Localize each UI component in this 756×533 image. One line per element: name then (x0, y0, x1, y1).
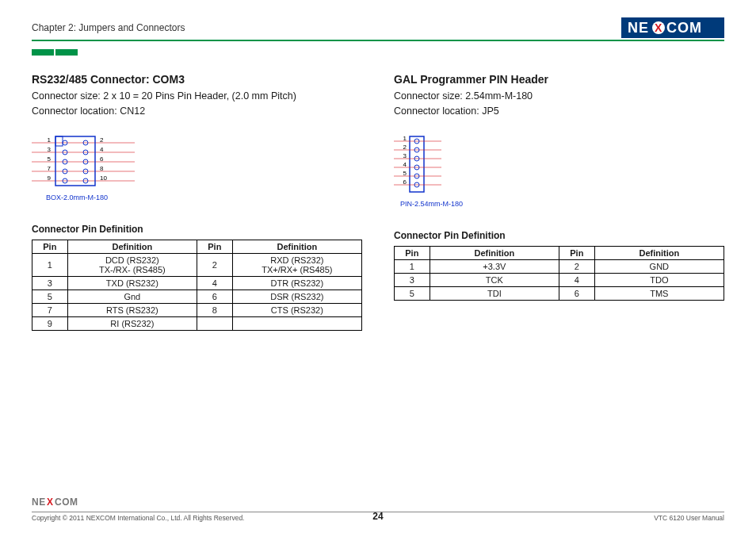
def-cell: TDO (594, 273, 724, 286)
svg-text:NE: NE (32, 497, 46, 508)
pin-cell: 4 (197, 276, 232, 290)
table-caption-gal: Connector Pin Definition (394, 230, 724, 241)
header-tabs (32, 44, 724, 59)
table-caption-com3: Connector Pin Definition (32, 224, 362, 235)
def-cell: TDI (430, 286, 559, 300)
pin-label: 7 (48, 165, 52, 172)
def-cell: CTS (RS232) (232, 303, 361, 316)
pin-cell: 9 (32, 316, 68, 330)
table-row: 3TXD (RS232)4DTR (RS232) (32, 276, 362, 290)
right-column: GAL Programmer PIN Header Connector size… (394, 73, 724, 331)
table-header: Pin (559, 246, 594, 259)
pin-cell: 4 (559, 273, 594, 286)
connector-location-gal: Connector location: JP5 (394, 104, 724, 119)
connector-location-com3: Connector location: CN12 (32, 104, 362, 119)
header-rule (32, 40, 724, 41)
pin-cell: 6 (197, 290, 232, 303)
pin-cell: 6 (559, 286, 594, 300)
svg-rect-21 (55, 136, 63, 146)
pin-label: 6 (403, 178, 407, 186)
table-row: 3TCK4TDO (395, 273, 724, 286)
pin-table-com3: PinDefinitionPinDefinition 1DCD (RS232)T… (32, 240, 362, 331)
svg-rect-22 (410, 136, 424, 192)
pin-label: 4 (100, 146, 104, 153)
pin-label: 2 (100, 136, 104, 144)
def-cell: DCD (RS232)TX-/RX- (RS485) (67, 253, 197, 276)
left-column: RS232/485 Connector: COM3 Connector size… (32, 73, 362, 331)
table-row: 5TDI6TMS (395, 286, 724, 300)
connector-size-gal: Connector size: 2.54mm-M-180 (394, 89, 724, 104)
page-number: 24 (32, 511, 724, 522)
pin-label: 4 (403, 161, 407, 168)
table-header: Definition (232, 240, 361, 253)
table-row: 1DCD (RS232)TX-/RX- (RS485)2RXD (RS232)T… (32, 253, 362, 276)
table-row: 9RI (RS232) (32, 316, 362, 330)
def-cell: Gnd (67, 290, 197, 303)
svg-text:NE: NE (628, 20, 649, 36)
table-header: Pin (32, 240, 68, 253)
pin-label: 9 (48, 174, 52, 182)
table-header: Pin (197, 240, 232, 253)
pin-label: 3 (48, 146, 52, 153)
table-row: 1+3.3V2GND (395, 259, 724, 273)
def-cell: RXD (RS232)TX+/RX+ (RS485) (232, 253, 361, 276)
table-header: Definition (67, 240, 197, 253)
table-row: 5Gnd6DSR (RS232) (32, 290, 362, 303)
svg-rect-20 (55, 136, 95, 186)
pin-cell: 3 (395, 273, 430, 286)
table-header: Definition (594, 246, 724, 259)
pin-label: 2 (403, 144, 407, 151)
def-cell: TCK (430, 273, 559, 286)
def-cell: GND (594, 259, 724, 273)
pin-label: 5 (48, 155, 52, 163)
connector-size-com3: Connector size: 2 x 10 = 20 Pins Pin Hea… (32, 89, 362, 104)
pin-cell: 3 (32, 276, 68, 290)
diagram-label-gal: PIN-2.54mm-M-180 (400, 200, 724, 208)
section-title-com3: RS232/485 Connector: COM3 (32, 73, 362, 86)
svg-text:COM: COM (666, 20, 702, 36)
pin-cell: 5 (32, 290, 68, 303)
chapter-title: Chapter 2: Jumpers and Connectors (32, 22, 185, 33)
table-row: 7RTS (RS232)8CTS (RS232) (32, 303, 362, 316)
svg-text:COM: COM (55, 497, 78, 508)
pin-label: 10 (100, 174, 107, 182)
pin-label: 8 (100, 165, 104, 172)
diagram-com3: 12345678910 BOX-2.0mm-M-180 (32, 133, 362, 201)
def-cell: DSR (RS232) (232, 290, 361, 303)
pin-cell (197, 316, 232, 330)
pin-label: 5 (403, 170, 407, 177)
pin-cell: 1 (32, 253, 68, 276)
footer-logo: NE X COM (32, 497, 724, 511)
table-header: Definition (430, 246, 559, 259)
section-title-gal: GAL Programmer PIN Header (394, 73, 724, 86)
def-cell: DTR (RS232) (232, 276, 361, 290)
def-cell: TMS (594, 286, 724, 300)
def-cell: RI (RS232) (67, 316, 197, 330)
pin-label: 3 (403, 152, 407, 159)
diagram-label-com3: BOX-2.0mm-M-180 (46, 194, 362, 201)
def-cell: RTS (RS232) (67, 303, 197, 316)
pin-cell: 8 (197, 303, 232, 316)
pin-cell: 2 (197, 253, 232, 276)
pin-label: 1 (48, 136, 52, 144)
pin-cell: 7 (32, 303, 68, 316)
diagram-gal: 123456 PIN-2.54mm-M-180 (394, 133, 724, 208)
def-cell (232, 316, 361, 330)
table-header: Pin (395, 246, 430, 259)
nexcom-logo: NE X COM (621, 17, 724, 38)
def-cell: TXD (RS232) (67, 276, 197, 290)
svg-text:X: X (655, 21, 662, 34)
pin-label: 1 (403, 135, 407, 142)
pin-cell: 1 (395, 259, 430, 273)
def-cell: +3.3V (430, 259, 559, 273)
svg-text:X: X (47, 497, 53, 508)
pin-cell: 2 (559, 259, 594, 273)
pin-table-gal: PinDefinitionPinDefinition 1+3.3V2GND3TC… (394, 246, 724, 301)
pin-cell: 5 (395, 286, 430, 300)
pin-label: 6 (100, 155, 104, 163)
